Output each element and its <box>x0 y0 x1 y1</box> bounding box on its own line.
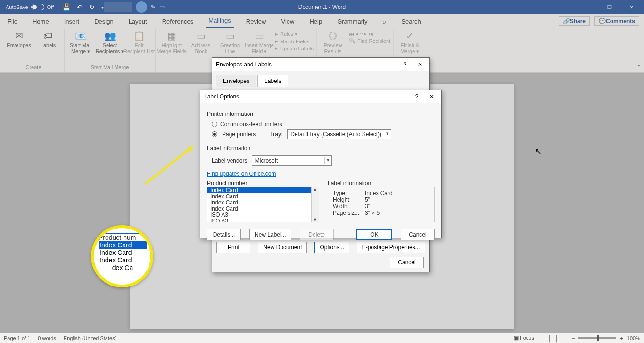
page-printers-radio[interactable] <box>212 131 217 137</box>
dlg2-titlebar[interactable]: Label Options ?✕ <box>200 90 441 103</box>
maximize-button[interactable]: ❐ <box>599 0 620 14</box>
recipients-icon: 👥 <box>103 30 116 41</box>
undo-icon[interactable]: ↶ <box>77 3 83 11</box>
product-number-listbox[interactable]: Index Card Index Card Index Card Index C… <box>207 187 319 222</box>
edit-list-icon: 📋 <box>132 30 146 41</box>
tray-select[interactable]: Default tray (Cassette (Auto Select)) <box>287 129 391 139</box>
tab-insert[interactable]: Insert <box>61 14 83 28</box>
comments-button[interactable]: 💬 Comments <box>594 16 639 26</box>
tab-envelopes[interactable]: Envelopes <box>216 75 256 87</box>
tab-labels[interactable]: Labels <box>257 75 288 87</box>
dlg1-titlebar[interactable]: Envelopes and Labels ?✕ <box>212 58 429 71</box>
match-label: Match Fields <box>280 39 309 44</box>
labels-button[interactable]: 🏷Labels <box>35 29 61 49</box>
select-recipients-button[interactable]: 👥Select Recipients ▾ <box>97 29 123 55</box>
pen-icon[interactable]: ✎ <box>151 4 156 10</box>
printer-info-header: Printer information <box>207 111 435 117</box>
autosave-toggle[interactable]: AutoSave Off <box>2 4 54 10</box>
tab-home[interactable]: Home <box>30 14 52 28</box>
tab-layout[interactable]: Layout <box>126 14 150 28</box>
word-count[interactable]: 0 words <box>38 335 56 341</box>
pagesize-key: Page size: <box>333 210 362 216</box>
label-info-col: Label information Type:Index Card Height… <box>328 180 435 222</box>
zoom-in-button[interactable]: + <box>620 335 623 341</box>
record-nav: ⏮ ◀ ▭ ▶ ⏭ <box>349 31 390 37</box>
read-mode-icon[interactable] <box>538 335 545 342</box>
preview-label: Preview Results <box>323 42 342 55</box>
tab-file[interactable]: File <box>5 14 20 28</box>
tab-grammarly[interactable]: Grammarly <box>334 14 370 28</box>
mag-row: Index Card <box>99 256 147 264</box>
continuous-feed-radio[interactable]: Continuous-feed printers <box>212 121 435 128</box>
user-avatar[interactable] <box>136 1 147 13</box>
search-icon[interactable]: ⌕ <box>380 14 389 28</box>
redo-icon[interactable]: ↻ <box>89 3 95 11</box>
list-item[interactable]: Index Card <box>207 205 319 212</box>
finish-icon: ✓ <box>403 30 416 41</box>
label-info-grid: Type:Index Card Height:5" Width:3" Page … <box>328 187 435 222</box>
dlg2-close-icon[interactable]: ✕ <box>426 93 438 100</box>
label-info-col-header: Label information <box>328 180 435 187</box>
focus-label: Focus <box>520 335 534 341</box>
collapse-ribbon-icon[interactable]: ⌃ <box>636 64 641 71</box>
dlg1-close-icon[interactable]: ✕ <box>414 61 426 68</box>
toggle-track[interactable] <box>31 4 44 10</box>
focus-mode-button[interactable]: ▣ Focus <box>514 335 534 341</box>
tab-references[interactable]: References <box>159 14 196 28</box>
save-icon[interactable]: 💾 <box>62 3 70 11</box>
scroll-down-icon[interactable]: ▼ <box>313 217 317 222</box>
zoom-slider[interactable] <box>578 337 616 339</box>
dlg1-help-icon[interactable]: ? <box>399 61 411 68</box>
preview-results-button: 《》Preview Results <box>320 29 346 55</box>
preview-small: ⏮ ◀ ▭ ▶ ⏭ 🔍 Find Recipient <box>349 29 390 44</box>
list-item[interactable]: Index Card <box>207 187 319 193</box>
new-label-button[interactable]: New Label... <box>249 229 291 240</box>
insert-field-icon: ▭ <box>253 30 266 41</box>
list-item[interactable]: ISO A3 <box>207 212 319 218</box>
type-value: Index Card <box>365 190 393 196</box>
write-small-buttons: ▸ Rules ▾ ▸ Match Fields ▸ Update Labels <box>275 29 314 51</box>
page-printers-row: Page printers Tray: Default tray (Casset… <box>212 129 435 139</box>
share-button[interactable]: 🔗 Share <box>559 16 590 26</box>
start-mail-merge-button[interactable]: 📧Start Mail Merge ▾ <box>67 29 94 55</box>
dlg1-cancel-button[interactable]: Cancel <box>390 257 424 268</box>
listbox-scrollbar[interactable]: ▲▼ <box>311 187 319 222</box>
tab-help[interactable]: Help <box>306 14 325 28</box>
list-item[interactable]: ISO A3 <box>207 218 319 222</box>
details-button[interactable]: Details... <box>207 229 241 240</box>
list-item[interactable]: Index Card <box>207 199 319 205</box>
dlg2-button-row: Details... New Label... Delete OK Cancel <box>207 229 435 240</box>
zoom-out-button[interactable]: − <box>572 335 575 341</box>
tab-view[interactable]: View <box>278 14 297 28</box>
tab-review[interactable]: Review <box>243 14 269 28</box>
page-count[interactable]: Page 1 of 1 <box>4 335 30 341</box>
comments-label: Comments <box>606 18 635 24</box>
mag-row: dex Ca <box>99 264 147 271</box>
tab-mailings[interactable]: Mailings <box>206 14 234 28</box>
ribbon-options-icon[interactable]: ▭ <box>159 4 165 10</box>
autosave-label: AutoSave <box>6 4 28 10</box>
dlg2-cancel-button[interactable]: Cancel <box>401 229 435 240</box>
status-bar: Page 1 of 1 0 words English (United Stat… <box>0 333 644 343</box>
language[interactable]: English (United States) <box>64 335 117 341</box>
ok-button[interactable]: OK <box>356 229 392 240</box>
find-updates-link[interactable]: Find updates on Office.com <box>207 171 276 177</box>
close-button[interactable]: ✕ <box>620 0 642 14</box>
finish-label: Finish & Merge ▾ <box>400 42 419 55</box>
web-layout-icon[interactable] <box>561 335 568 342</box>
list-item[interactable]: Index Card <box>207 193 319 199</box>
tab-design[interactable]: Design <box>91 14 116 28</box>
user-name-pill[interactable] <box>104 2 132 12</box>
minimize-button[interactable]: — <box>577 0 599 14</box>
vendors-select[interactable]: Microsoft <box>252 155 332 166</box>
page-printers-label: Page printers <box>222 131 256 138</box>
search-box[interactable]: Search <box>398 14 423 28</box>
highlight-icon: ▦ <box>165 30 178 41</box>
zoom-level[interactable]: 100% <box>627 335 640 341</box>
address-icon: ▭ <box>194 30 207 41</box>
preview-icon: 《》 <box>326 30 339 41</box>
scroll-up-icon[interactable]: ▲ <box>313 187 317 192</box>
print-layout-icon[interactable] <box>549 335 557 342</box>
envelopes-button[interactable]: ✉Envelopes <box>6 29 32 49</box>
dlg2-help-icon[interactable]: ? <box>411 93 422 100</box>
